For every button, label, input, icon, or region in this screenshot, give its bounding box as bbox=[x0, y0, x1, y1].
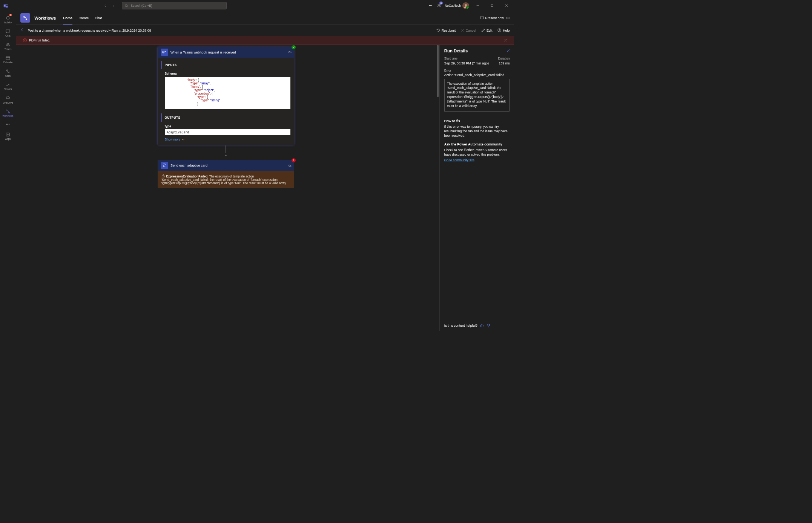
chat-icon bbox=[5, 29, 11, 34]
user-profile[interactable]: NoCapTech bbox=[445, 2, 469, 9]
foreach-icon bbox=[161, 162, 168, 169]
refresh-icon bbox=[436, 28, 440, 32]
avatar-icon bbox=[462, 2, 469, 9]
warning-icon bbox=[161, 174, 165, 177]
teams-logo-icon: T bbox=[2, 2, 9, 9]
resubmit-button[interactable]: Resubmit bbox=[436, 28, 456, 32]
rail-onedrive[interactable]: OneDrive bbox=[1, 93, 15, 106]
output-type-label: type bbox=[165, 125, 290, 128]
action-card[interactable]: ! Send each adaptive card 0s bbox=[158, 160, 294, 188]
svg-point-2 bbox=[6, 4, 8, 5]
nav-back-button[interactable] bbox=[102, 2, 109, 9]
how-to-fix-text: If this error was temporary, you can try… bbox=[444, 125, 510, 138]
page-title: Workflows bbox=[34, 16, 56, 20]
rail-calendar[interactable]: Calendar bbox=[1, 53, 15, 66]
activity-badge: 1 bbox=[9, 14, 12, 16]
duration-value: 139 ms bbox=[499, 61, 510, 65]
error-icon bbox=[23, 38, 27, 42]
close-button[interactable] bbox=[501, 2, 512, 9]
user-name: NoCapTech bbox=[445, 4, 461, 8]
error-banner: Flow run failed. bbox=[16, 36, 514, 45]
cancel-button[interactable]: Cancel bbox=[461, 29, 476, 32]
nav-forward-button[interactable] bbox=[110, 2, 117, 9]
how-to-fix-heading: How to fix bbox=[444, 119, 510, 123]
help-button[interactable]: ? Help bbox=[497, 28, 510, 32]
community-link[interactable]: Go to community site bbox=[444, 158, 510, 162]
cancel-icon bbox=[461, 29, 464, 32]
rail-planner[interactable]: Planner bbox=[1, 80, 15, 93]
thumbs-down-button[interactable] bbox=[487, 323, 491, 328]
schema-viewer[interactable]: "body": { "type": "array", "items": { "t… bbox=[165, 77, 290, 109]
minimize-button[interactable] bbox=[473, 2, 484, 9]
chevron-down-icon bbox=[182, 138, 185, 141]
rail-teams[interactable]: Teams bbox=[1, 40, 15, 53]
svg-text:?: ? bbox=[499, 29, 500, 31]
bell-icon bbox=[5, 15, 11, 21]
panel-title: Run Details bbox=[444, 49, 468, 53]
community-icon[interactable]: 6 bbox=[437, 3, 442, 9]
trigger-title: When a Teams webhook request is received bbox=[170, 50, 283, 54]
search-placeholder: Search (Ctrl+E) bbox=[131, 4, 152, 8]
run-description: Post to a channel when a webhook request… bbox=[28, 29, 151, 32]
banner-text: Flow run failed. bbox=[29, 39, 50, 42]
rail-more[interactable]: ••• bbox=[1, 120, 15, 129]
tab-home[interactable]: Home bbox=[63, 11, 72, 24]
flow-canvas[interactable]: ✓ T When a Teams webhook request is rece… bbox=[16, 45, 436, 331]
breadcrumb-bar: Post to a channel when a webhook request… bbox=[16, 25, 514, 36]
header-more-button[interactable]: ••• bbox=[506, 16, 510, 20]
app-rail: 1 Activity Chat Teams Calendar Calls Pla… bbox=[0, 11, 16, 331]
rail-activity[interactable]: 1 Activity bbox=[1, 13, 15, 26]
error-label: Error bbox=[444, 69, 510, 72]
rail-calls[interactable]: Calls bbox=[1, 66, 15, 80]
rail-apps[interactable]: Apps bbox=[1, 129, 15, 142]
error-summary: Action 'Send_each_adaptive_card' failed bbox=[444, 73, 510, 77]
planner-icon bbox=[5, 82, 11, 87]
phone-icon bbox=[5, 69, 11, 74]
title-bar: T Search (Ctrl+E) ••• 6 NoCapTech bbox=[0, 0, 514, 11]
flow-arrow-icon bbox=[158, 153, 294, 158]
teams-connector-icon: T bbox=[161, 49, 168, 56]
back-button[interactable] bbox=[20, 28, 24, 32]
svg-text:T: T bbox=[4, 5, 6, 7]
community-text: Check to see if other Power Automate use… bbox=[444, 148, 510, 157]
search-icon bbox=[125, 4, 128, 8]
svg-point-8 bbox=[7, 43, 8, 44]
duration-label: Duration bbox=[498, 57, 510, 60]
people-icon bbox=[5, 42, 11, 47]
present-now-button[interactable]: Present now bbox=[480, 16, 504, 20]
edit-button[interactable]: Edit bbox=[481, 28, 492, 32]
pencil-icon bbox=[481, 28, 485, 32]
rail-chat[interactable]: Chat bbox=[1, 26, 15, 40]
helpful-prompt: Is this content helpful? bbox=[444, 324, 477, 327]
tab-create[interactable]: Create bbox=[79, 11, 89, 24]
thumbs-up-button[interactable] bbox=[480, 323, 484, 328]
svg-point-12 bbox=[9, 112, 10, 113]
svg-rect-10 bbox=[6, 57, 10, 60]
output-type-value: AdaptiveCard bbox=[165, 129, 290, 135]
svg-point-11 bbox=[6, 110, 7, 111]
community-heading: Ask the Power Automate community bbox=[444, 142, 510, 146]
error-detail-box[interactable]: The execution of template action 'Send_e… bbox=[444, 79, 510, 111]
present-icon bbox=[480, 16, 484, 20]
run-details-panel: Run Details Start time Duration Sep 29, … bbox=[439, 45, 514, 331]
maximize-button[interactable] bbox=[487, 2, 498, 9]
action-error-detail: ExpressionEvaluationFailed. The executio… bbox=[158, 171, 294, 188]
tab-chat[interactable]: Chat bbox=[95, 11, 102, 24]
panel-close-button[interactable] bbox=[507, 49, 510, 53]
banner-close-button[interactable] bbox=[504, 38, 507, 43]
schema-label: Schema bbox=[165, 72, 290, 75]
trigger-card[interactable]: ✓ T When a Teams webhook request is rece… bbox=[158, 47, 294, 145]
canvas-scrollbar[interactable] bbox=[436, 45, 439, 331]
workflows-app-icon bbox=[20, 13, 30, 23]
apps-icon bbox=[5, 132, 11, 137]
start-time-value: Sep 29, 08:38 PM (7 min ago) bbox=[444, 61, 489, 65]
workflows-header: Workflows Home Create Chat Present now •… bbox=[16, 11, 514, 24]
search-input[interactable]: Search (Ctrl+E) bbox=[122, 2, 227, 9]
outputs-label: OUTPUTS bbox=[165, 116, 288, 119]
show-more-button[interactable]: Show more bbox=[165, 138, 290, 141]
more-options-button[interactable]: ••• bbox=[428, 3, 433, 8]
svg-point-22 bbox=[165, 51, 166, 52]
calendar-icon bbox=[5, 55, 11, 61]
notification-badge: 6 bbox=[439, 2, 443, 5]
rail-workflows[interactable]: Workflows bbox=[1, 106, 15, 119]
